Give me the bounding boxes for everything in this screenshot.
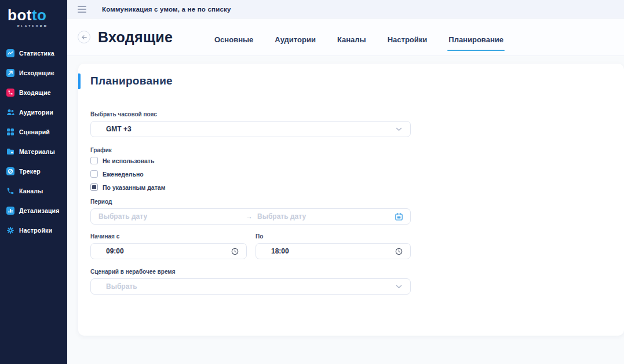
tab-bar: Основные Аудитории Каналы Настройки План… — [214, 19, 503, 56]
logo-tagline: PLATFORM — [17, 24, 67, 28]
menu-toggle-icon[interactable] — [78, 6, 86, 13]
audiences-icon — [6, 108, 14, 116]
checkbox[interactable] — [90, 170, 98, 178]
sidebar-item-outgoing[interactable]: Исходящие — [0, 63, 67, 83]
sidebar-item-label: Статистика — [19, 50, 54, 57]
schedule-option-weekly[interactable]: Еженедельно — [90, 170, 411, 178]
timezone-value: GMT +3 — [106, 125, 132, 133]
tracker-icon — [6, 167, 14, 175]
time-to-field — [256, 243, 411, 259]
time-from-input[interactable] — [91, 247, 231, 255]
after-hours-group: Сценарий в нерабочее время Выбрать — [90, 269, 411, 295]
sidebar-item-materials[interactable]: Материалы — [0, 142, 67, 161]
tab-planirovanie[interactable]: Планирование — [448, 24, 503, 56]
arrow-left-icon — [81, 34, 87, 41]
sidebar-item-settings[interactable]: Настройки — [0, 220, 67, 240]
sidebar-item-label: Настройки — [19, 227, 52, 234]
channels-icon — [6, 187, 14, 195]
checkbox-label: Еженедельно — [103, 171, 144, 178]
scenario-icon — [6, 128, 14, 136]
time-from-group: Начиная с — [90, 233, 247, 259]
checkbox[interactable] — [90, 183, 98, 191]
sidebar-item-incoming[interactable]: Входящие — [0, 83, 67, 102]
logo-accent: to — [32, 6, 47, 24]
after-hours-label: Сценарий в нерабочее время — [90, 269, 411, 275]
sidebar-item-label: Исходящие — [19, 69, 54, 76]
time-range-row: Начиная с По — [90, 233, 411, 259]
period-label: Период — [90, 198, 411, 205]
sidebar-nav: Статистика Исходящие Входящие Аудитории … — [0, 43, 67, 240]
after-hours-select[interactable]: Выбрать — [90, 278, 411, 295]
page-header: Входящие Основные Аудитории Каналы Настр… — [67, 19, 624, 56]
topbar-slogan: Коммуникация с умом, а не по списку — [102, 6, 231, 13]
checkbox[interactable] — [90, 157, 98, 164]
range-arrow: → — [246, 212, 253, 220]
date-from-placeholder[interactable]: Выбрать дату — [98, 212, 246, 220]
outgoing-icon — [6, 69, 14, 77]
incoming-icon — [6, 89, 14, 97]
sidebar: botto PLATFORM Статистика Исходящие Вход… — [0, 0, 67, 364]
checkbox-label: По указанным датам — [103, 184, 165, 191]
schedule-option-no-use[interactable]: Не использовать — [90, 157, 411, 164]
after-hours-placeholder: Выбрать — [106, 282, 137, 291]
timezone-select[interactable]: GMT +3 — [90, 121, 411, 137]
checkbox-label: Не использовать — [103, 157, 154, 164]
date-range-picker[interactable]: Выбрать дату → Выбрать дату — [90, 208, 411, 225]
logo-bold: bot — [8, 6, 32, 24]
sidebar-item-label: Аудитории — [19, 109, 53, 116]
back-button[interactable] — [78, 31, 90, 43]
sidebar-item-label: Сценарий — [19, 128, 50, 135]
tab-kanaly[interactable]: Каналы — [337, 24, 366, 56]
sidebar-item-label: Каналы — [19, 187, 43, 194]
tab-nastroyki[interactable]: Настройки — [388, 24, 428, 56]
chevron-down-icon — [396, 127, 402, 131]
tab-auditorii[interactable]: Аудитории — [275, 24, 316, 56]
main-area: Коммуникация с умом, а не по списку Вход… — [67, 0, 624, 364]
tab-osnovnye[interactable]: Основные — [214, 24, 253, 56]
section-title: Планирование — [78, 64, 624, 87]
chevron-down-icon — [396, 285, 402, 289]
content-area: Планирование Выбрать часовой пояс GMT +3… — [67, 57, 624, 364]
date-to-placeholder[interactable]: Выбрать дату — [257, 212, 306, 220]
sidebar-item-details[interactable]: Детализация — [0, 201, 67, 220]
sidebar-item-audiences[interactable]: Аудитории — [0, 102, 67, 122]
details-icon — [6, 207, 14, 215]
schedule-group: График Не использовать Еженедельно По ук… — [90, 147, 411, 191]
settings-icon — [6, 226, 14, 234]
section-accent-bar — [78, 73, 81, 89]
logo[interactable]: botto PLATFORM — [0, 0, 67, 28]
sidebar-item-label: Трекер — [19, 168, 41, 175]
sidebar-item-statistics[interactable]: Статистика — [0, 43, 67, 63]
stats-icon — [6, 49, 14, 57]
time-to-input[interactable] — [256, 247, 395, 255]
time-to-group: По — [256, 233, 411, 259]
calendar-icon[interactable] — [395, 212, 403, 221]
planning-form: Выбрать часовой пояс GMT +3 График Не ис… — [90, 111, 411, 295]
sidebar-item-label: Детализация — [19, 207, 60, 214]
sidebar-item-channels[interactable]: Каналы — [0, 181, 67, 201]
materials-icon — [6, 148, 14, 156]
time-to-label: По — [256, 233, 411, 240]
planning-card: Планирование Выбрать часовой пояс GMT +3… — [78, 64, 624, 336]
clock-icon — [231, 248, 239, 255]
sidebar-item-tracker[interactable]: Трекер — [0, 161, 67, 181]
time-from-field — [90, 243, 247, 259]
schedule-option-by-dates[interactable]: По указанным датам — [90, 183, 411, 191]
page-title: Входящие — [98, 29, 173, 46]
period-group: Период Выбрать дату → Выбрать дату — [90, 198, 411, 225]
schedule-label: График — [90, 147, 411, 153]
timezone-group: Выбрать часовой пояс GMT +3 — [90, 111, 411, 137]
clock-icon — [395, 248, 403, 255]
topbar: Коммуникация с умом, а не по списку — [67, 0, 624, 19]
time-from-label: Начиная с — [90, 233, 247, 240]
sidebar-item-scenario[interactable]: Сценарий — [0, 122, 67, 142]
timezone-label: Выбрать часовой пояс — [90, 111, 411, 117]
sidebar-item-label: Входящие — [19, 89, 51, 96]
sidebar-item-label: Материалы — [19, 148, 55, 155]
